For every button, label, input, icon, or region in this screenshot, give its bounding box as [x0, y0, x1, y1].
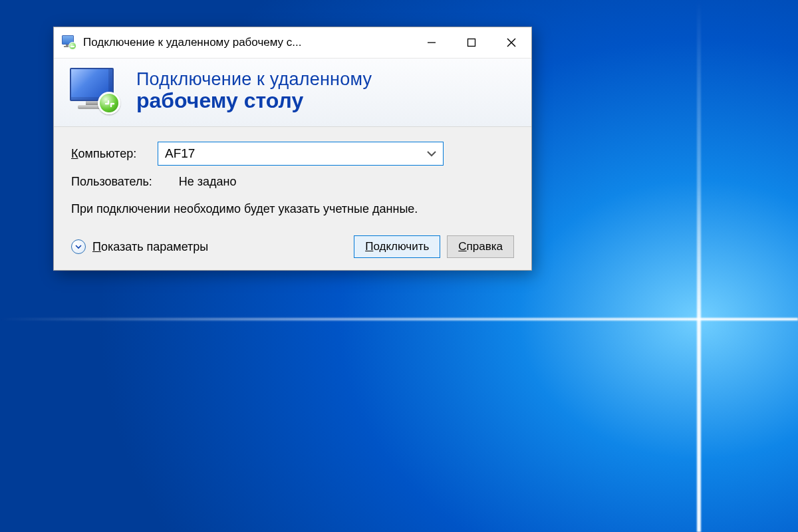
chevron-down-icon[interactable] — [426, 148, 438, 160]
window-controls — [412, 27, 531, 58]
user-row: Пользователь: Не задано — [71, 175, 514, 189]
show-options-toggle[interactable]: Показать параметры — [71, 239, 347, 254]
rdp-dialog-window: Подключение к удаленному рабочему с... П… — [53, 27, 532, 271]
banner-line2: рабочему столу — [136, 88, 372, 113]
banner: Подключение к удаленному рабочему столу — [54, 58, 531, 127]
rdp-banner-icon — [70, 68, 122, 114]
user-value: Не задано — [179, 175, 237, 189]
window-title: Подключение к удаленному рабочему с... — [83, 36, 412, 49]
banner-text: Подключение к удаленному рабочему столу — [136, 69, 372, 113]
close-button[interactable] — [491, 27, 531, 58]
help-button[interactable]: Справка — [447, 235, 514, 258]
minimize-button[interactable] — [412, 27, 452, 58]
maximize-button[interactable] — [452, 27, 491, 58]
user-label: Пользователь: — [71, 175, 152, 189]
banner-line1: Подключение к удаленному — [136, 69, 372, 90]
computer-combobox[interactable]: AF17 — [158, 142, 444, 166]
rdp-app-icon — [62, 35, 76, 50]
credentials-note: При подключении необходимо будет указать… — [71, 201, 444, 217]
connect-button[interactable]: Подключить — [354, 235, 440, 258]
expand-down-icon — [71, 239, 86, 254]
computer-label: Компьютер: — [71, 147, 158, 161]
computer-row: Компьютер: AF17 — [71, 142, 514, 166]
dialog-footer: Показать параметры Подключить Справка — [71, 235, 514, 258]
svg-rect-1 — [468, 39, 475, 47]
computer-value: AF17 — [165, 146, 195, 161]
titlebar[interactable]: Подключение к удаленному рабочему с... — [54, 27, 531, 58]
dialog-body: Компьютер: AF17 Пользователь: Не задано … — [54, 127, 531, 270]
show-options-label: Показать параметры — [92, 240, 208, 254]
